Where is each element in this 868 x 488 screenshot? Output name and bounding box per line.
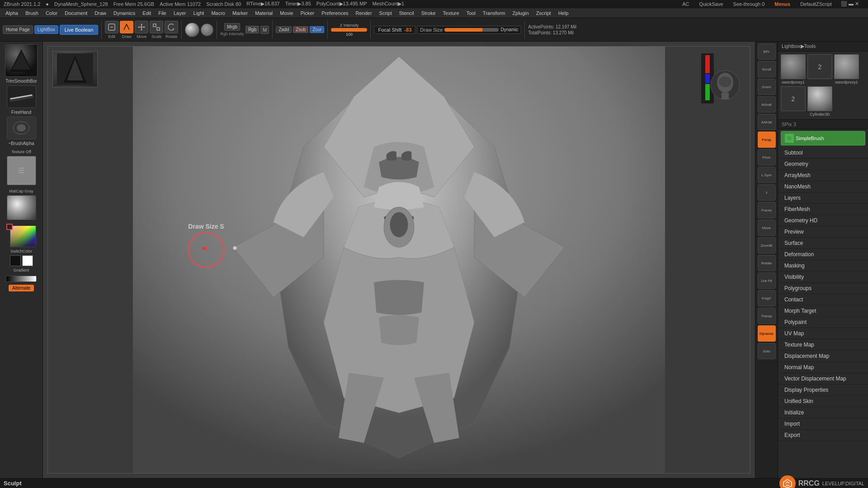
rp-geometry[interactable]: Geometry bbox=[778, 159, 868, 170]
scale-icon[interactable] bbox=[150, 21, 163, 33]
rp-subtool[interactable]: Subtool bbox=[778, 147, 868, 159]
rotate-view-icon[interactable]: Rotate bbox=[758, 255, 776, 271]
scroll-icon[interactable]: Scroll bbox=[758, 61, 776, 77]
rp-fibermesh[interactable]: FiberMesh bbox=[778, 204, 868, 215]
linefill-icon[interactable]: Line Fill bbox=[758, 272, 776, 289]
rp-preview[interactable]: Preview bbox=[778, 226, 868, 238]
frame-icon[interactable]: Frame bbox=[758, 202, 776, 218]
live-boolean-btn[interactable]: Live Boolean bbox=[60, 25, 99, 35]
rp-deformation[interactable]: Deformation bbox=[778, 249, 868, 260]
m-btn[interactable]: M bbox=[260, 26, 269, 34]
actual-icon[interactable]: Actual bbox=[758, 96, 776, 113]
lsym-icon[interactable]: L.Sym bbox=[758, 167, 776, 183]
color-swatch-white[interactable] bbox=[22, 255, 33, 266]
home-page-btn[interactable]: Home Page bbox=[3, 25, 33, 34]
brush-alpha-thumb[interactable] bbox=[7, 117, 36, 139]
simple-brush-btn[interactable]: SimpleBrush bbox=[781, 131, 865, 145]
freehand-thumb[interactable] bbox=[7, 85, 36, 108]
thumb-count-img-1[interactable]: 2 bbox=[807, 54, 832, 79]
rp-arraymesh[interactable]: ArrayMesh bbox=[778, 170, 868, 181]
zsub-btn[interactable]: Zsub bbox=[293, 26, 308, 33]
menu-dynamics[interactable]: Dynamics bbox=[110, 9, 139, 17]
menu-texture[interactable]: Texture bbox=[439, 9, 463, 17]
view-arrow[interactable]: › bbox=[758, 184, 776, 201]
menu-material[interactable]: Material bbox=[251, 9, 276, 17]
matcap-preview[interactable] bbox=[7, 195, 36, 220]
zadd-btn[interactable]: Zadd bbox=[276, 26, 292, 33]
persp-icon[interactable]: Persp bbox=[758, 131, 776, 148]
menu-zscript[interactable]: Zscript bbox=[533, 9, 555, 17]
draw-icon[interactable] bbox=[120, 21, 133, 33]
thumb-count-2[interactable]: 2 bbox=[781, 86, 806, 117]
thumb-count-img-2[interactable]: 2 bbox=[781, 86, 806, 111]
aahat-icon[interactable]: AAHat bbox=[758, 114, 776, 130]
thumb-cylinder3d[interactable]: Cylinder3D bbox=[807, 86, 832, 117]
draw-size-bar[interactable] bbox=[444, 28, 499, 32]
move-icon[interactable] bbox=[135, 21, 148, 33]
menu-edit[interactable]: Edit bbox=[139, 9, 155, 17]
see-through[interactable]: See-through 0 bbox=[733, 1, 765, 7]
polyf-icon[interactable]: PolyF bbox=[758, 290, 776, 306]
color-picker[interactable] bbox=[10, 225, 36, 247]
menu-render[interactable]: Render bbox=[352, 9, 376, 17]
draw-size-area[interactable]: Draw Size Dynamic bbox=[417, 26, 521, 34]
rotate-icon[interactable] bbox=[165, 21, 178, 33]
edit-icon[interactable] bbox=[105, 21, 118, 33]
menu-draw[interactable]: Draw bbox=[91, 9, 110, 17]
menu-transform[interactable]: Transform bbox=[479, 9, 509, 17]
menu-file[interactable]: File bbox=[155, 9, 170, 17]
rp-polypaint[interactable]: Polypaint bbox=[778, 317, 868, 328]
quick-save[interactable]: QuickSave bbox=[699, 1, 723, 7]
rp-texture-map[interactable]: Texture Map bbox=[778, 339, 868, 351]
menu-marker[interactable]: Marker bbox=[229, 9, 251, 17]
color-swatch-black[interactable] bbox=[10, 255, 21, 266]
rp-geometryhd[interactable]: Geometry HD bbox=[778, 215, 868, 226]
zoom-icon[interactable]: Zoom bbox=[758, 79, 776, 95]
alternate-btn[interactable]: Alternate bbox=[9, 285, 34, 291]
rp-contact[interactable]: Contact bbox=[778, 294, 868, 305]
move-view-icon[interactable]: Move bbox=[758, 220, 776, 236]
rp-display-properties[interactable]: Display Properties bbox=[778, 385, 868, 396]
menu-alpha[interactable]: Alpha bbox=[2, 9, 22, 17]
menu-help[interactable]: Help bbox=[555, 9, 572, 17]
menu-brush[interactable]: Brush bbox=[22, 9, 42, 17]
thumb-img-2[interactable] bbox=[834, 54, 859, 79]
rp-nanomesh[interactable]: NanoMesh bbox=[778, 181, 868, 192]
thumb-img-1[interactable] bbox=[781, 54, 806, 79]
rp-masking[interactable]: Masking bbox=[778, 260, 868, 272]
menu-stroke[interactable]: Stroke bbox=[418, 9, 439, 17]
material-sphere[interactable] bbox=[185, 23, 199, 37]
default-script[interactable]: DefaultZScript bbox=[800, 1, 832, 7]
thumb-count-1[interactable]: 2 bbox=[807, 54, 832, 84]
rp-displacement-map[interactable]: Displacement Map bbox=[778, 351, 868, 362]
menu-zplugin[interactable]: Zplugin bbox=[509, 9, 533, 17]
gradient-bar[interactable] bbox=[6, 276, 37, 282]
texture-thumb[interactable]: ☰ bbox=[7, 156, 36, 185]
rgb-btn[interactable]: Rgb bbox=[245, 26, 259, 33]
menu-stencil[interactable]: Stencil bbox=[396, 9, 418, 17]
menu-light[interactable]: Light bbox=[190, 9, 208, 17]
thumb-swordproxy1-2[interactable]: swordproxy1 bbox=[834, 54, 859, 84]
focal-shift-area[interactable]: Focal Shift -83 bbox=[374, 26, 415, 34]
rp-initialize[interactable]: Initialize bbox=[778, 407, 868, 418]
view-gizmo[interactable] bbox=[709, 69, 741, 111]
thumb-img-cylinder[interactable] bbox=[807, 86, 832, 111]
color-indicator[interactable] bbox=[6, 224, 13, 230]
menu-picker[interactable]: Picker bbox=[297, 9, 318, 17]
rp-export[interactable]: Export bbox=[778, 430, 868, 441]
rp-unified-skin[interactable]: Unified Skin bbox=[778, 396, 868, 407]
rp-polygroups[interactable]: Polygroups bbox=[778, 283, 868, 294]
menus-btn[interactable]: Menus bbox=[774, 1, 790, 7]
menu-movie[interactable]: Movie bbox=[276, 9, 297, 17]
floor-icon[interactable]: Floor bbox=[758, 149, 776, 165]
lbtools-header[interactable]: Lightbox▶Tools bbox=[778, 42, 868, 52]
brush-preview[interactable] bbox=[5, 44, 38, 77]
canvas-area[interactable]: Draw Size S ⬤ bbox=[43, 42, 755, 478]
rp-surface[interactable]: Surface bbox=[778, 238, 868, 249]
menu-document[interactable]: Document bbox=[61, 9, 91, 17]
rp-layers[interactable]: Layers bbox=[778, 192, 868, 204]
menu-macro[interactable]: Macro bbox=[208, 9, 229, 17]
mrgb-btn[interactable]: Mrgb bbox=[224, 23, 240, 31]
lightbox-btn[interactable]: LightBox bbox=[34, 25, 58, 34]
zcur-btn[interactable]: Zcur bbox=[310, 26, 324, 33]
